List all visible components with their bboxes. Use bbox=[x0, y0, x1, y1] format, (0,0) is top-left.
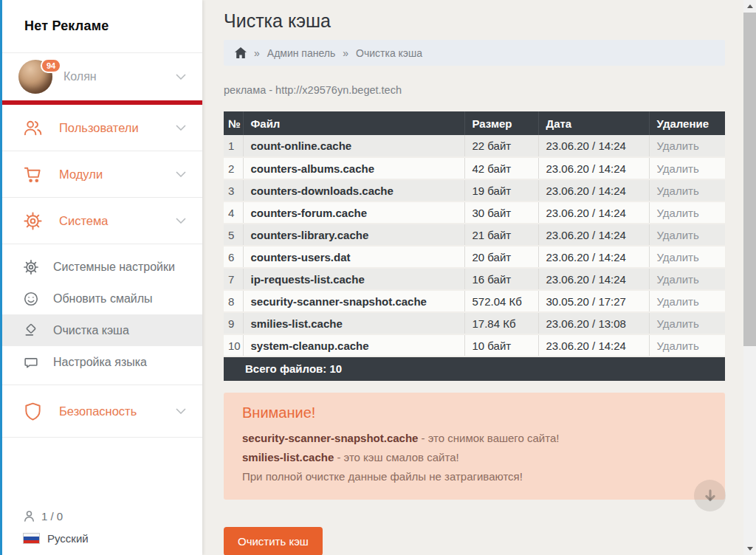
warning-text: - это кэш смалов сайта! bbox=[334, 451, 458, 463]
file-name: ip-requests-list.cache bbox=[243, 268, 464, 290]
breadcrumb-separator: » bbox=[343, 47, 348, 59]
file-delete-cell: Удалить bbox=[649, 246, 725, 268]
table-row: 8 security-scanner-snapshot.cache 572.04… bbox=[224, 290, 725, 312]
online-counter-value: 1 / 0 bbox=[41, 510, 63, 523]
table-row: 2 counters-albums.cache 42 байт 23.06.20… bbox=[224, 157, 725, 179]
user-menu[interactable]: 94 Колян bbox=[2, 53, 202, 100]
warning-line: smilies-list.cache - это кэш смалов сайт… bbox=[242, 448, 707, 467]
cart-icon bbox=[23, 165, 43, 185]
col-header-file: Файл bbox=[243, 111, 464, 135]
sidebar-item-security[interactable]: Безопасность bbox=[2, 385, 202, 438]
delete-link[interactable]: Удалить bbox=[657, 251, 699, 263]
col-header-size: Размер bbox=[464, 111, 538, 135]
table-row: 1 count-online.cache 22 байт 23.06.20 / … bbox=[224, 135, 725, 157]
file-size: 19 байт bbox=[464, 179, 538, 201]
file-delete-cell: Удалить bbox=[649, 224, 725, 246]
table-footer-total: Всего файлов: 10 bbox=[224, 357, 725, 381]
file-name: counters-library.cache bbox=[243, 224, 464, 246]
sidebar-item-label: Пользователи bbox=[59, 121, 139, 135]
sidebar-item-label: Настройка языка bbox=[53, 356, 147, 369]
sidebar-item-language-settings[interactable]: Настройка языка bbox=[2, 346, 202, 378]
smiley-icon bbox=[23, 291, 39, 307]
row-number: 9 bbox=[224, 312, 243, 334]
file-size: 21 байт bbox=[464, 224, 538, 246]
table-row: 5 counters-library.cache 21 байт 23.06.2… bbox=[224, 224, 725, 246]
scroll-to-bottom-button[interactable] bbox=[694, 480, 726, 511]
delete-link[interactable]: Удалить bbox=[657, 162, 699, 175]
file-size: 22 байт bbox=[464, 135, 538, 157]
file-date: 30.05.20 / 17:27 bbox=[538, 290, 649, 312]
file-name: counters-forum.cache bbox=[243, 201, 464, 224]
file-name: count-online.cache bbox=[243, 135, 464, 157]
delete-link[interactable]: Удалить bbox=[657, 273, 699, 286]
scrollbar-up-arrow[interactable] bbox=[743, 0, 756, 13]
file-delete-cell: Удалить bbox=[649, 268, 725, 290]
clear-cache-button[interactable]: Очистить кэш bbox=[224, 527, 323, 555]
gear-icon bbox=[23, 259, 39, 275]
sidebar-item-modules[interactable]: Модули bbox=[2, 151, 202, 198]
file-date: 23.06.20 / 14:24 bbox=[538, 157, 649, 179]
delete-link[interactable]: Удалить bbox=[657, 139, 699, 152]
file-date: 23.06.20 / 14:24 bbox=[538, 201, 649, 224]
sidebar-item-label: Безопасность bbox=[59, 404, 137, 418]
row-number: 7 bbox=[224, 268, 243, 290]
page-title: Чистка кэша bbox=[224, 10, 743, 32]
shield-icon bbox=[23, 401, 43, 421]
sidebar-item-system[interactable]: Система bbox=[2, 198, 202, 244]
file-name: counters-users.dat bbox=[243, 246, 464, 268]
warning-file-name: smilies-list.cache bbox=[242, 451, 334, 463]
delete-link[interactable]: Удалить bbox=[657, 317, 699, 330]
notification-badge: 94 bbox=[41, 58, 61, 73]
sidebar-item-label: Модули bbox=[59, 168, 103, 182]
file-date: 23.06.20 / 14:24 bbox=[538, 268, 649, 290]
sidebar-item-cache-clean[interactable]: Очистка кэша bbox=[2, 314, 202, 346]
breadcrumb: » Админ панель » Очистка кэша bbox=[224, 40, 725, 66]
file-delete-cell: Удалить bbox=[649, 290, 725, 312]
sidebar-item-label: Системные настройки bbox=[53, 261, 175, 274]
sidebar-item-system-settings[interactable]: Системные настройки bbox=[2, 251, 202, 283]
delete-link[interactable]: Удалить bbox=[657, 185, 699, 197]
warning-line: При полной очистке данные файлы не затра… bbox=[242, 467, 707, 486]
chevron-down-icon bbox=[176, 171, 186, 177]
file-size: 16 байт bbox=[464, 268, 538, 290]
file-name: counters-downloads.cache bbox=[243, 179, 464, 201]
delete-link[interactable]: Удалить bbox=[657, 339, 699, 352]
file-size: 42 байт bbox=[464, 157, 538, 179]
sidebar: Нет Рекламе 94 Колян Пользователи bbox=[0, 0, 202, 555]
site-title-link[interactable]: Нет Рекламе bbox=[2, 0, 202, 53]
cache-files-table: № Файл Размер Дата Удаление 1 count-onli… bbox=[224, 111, 725, 357]
file-size: 20 байт bbox=[464, 246, 538, 268]
breadcrumb-separator: » bbox=[254, 47, 260, 59]
user-name: Колян bbox=[63, 70, 97, 83]
sidebar-item-users[interactable]: Пользователи bbox=[2, 105, 202, 151]
sidebar-footer: 1 / 0 Русский bbox=[2, 510, 202, 555]
users-icon bbox=[23, 118, 43, 138]
system-submenu: Системные настройки Обновить смайлы Очис… bbox=[2, 244, 202, 385]
file-name: counters-albums.cache bbox=[243, 157, 464, 179]
delete-link[interactable]: Удалить bbox=[657, 295, 699, 308]
ad-text: реклама - http://x29576yn.beget.tech bbox=[224, 84, 743, 96]
file-date: 23.06.20 / 14:24 bbox=[538, 224, 649, 246]
home-icon[interactable] bbox=[235, 47, 247, 58]
page-scrollbar[interactable] bbox=[743, 0, 756, 555]
warning-line: security-scanner-snapshot.cache - это сн… bbox=[242, 429, 707, 448]
table-row: 10 system-cleanup.cache 10 байт 23.06.20… bbox=[224, 334, 725, 356]
breadcrumb-admin-panel[interactable]: Админ панель bbox=[267, 47, 335, 59]
online-counter: 1 / 0 bbox=[23, 510, 202, 523]
language-selector[interactable]: Русский bbox=[23, 532, 202, 545]
sidebar-item-update-smilies[interactable]: Обновить смайлы bbox=[2, 283, 202, 314]
file-name: system-cleanup.cache bbox=[243, 334, 464, 356]
warning-file-name: security-scanner-snapshot.cache bbox=[242, 432, 418, 444]
file-date: 23.06.20 / 14:24 bbox=[538, 135, 649, 157]
chevron-down-icon bbox=[176, 125, 186, 131]
file-date: 23.06.20 / 14:24 bbox=[538, 246, 649, 268]
col-header-number: № bbox=[224, 111, 243, 135]
row-number: 3 bbox=[224, 179, 243, 201]
scrollbar-thumb[interactable] bbox=[743, 13, 756, 346]
delete-link[interactable]: Удалить bbox=[657, 207, 699, 219]
scrollbar-down-arrow[interactable] bbox=[743, 542, 756, 555]
delete-link[interactable]: Удалить bbox=[657, 229, 699, 241]
main-content: Чистка кэша » Админ панель » Очистка кэш… bbox=[202, 0, 743, 555]
file-size: 30 байт bbox=[464, 201, 538, 224]
file-size: 10 байт bbox=[464, 334, 538, 356]
